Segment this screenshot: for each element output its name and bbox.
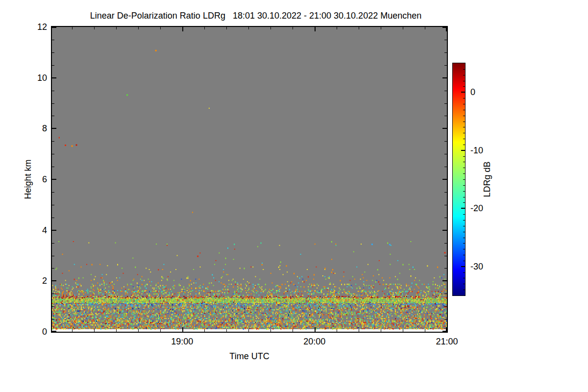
colorbar-minor-tick (463, 214, 465, 215)
y-minor-tick-right (444, 141, 447, 142)
y-minor-tick-right (444, 192, 447, 193)
y-tick-label: 0 (25, 326, 47, 337)
y-tick-label: 10 (25, 73, 47, 83)
colorbar-minor-tick (463, 98, 465, 98)
x-minor-tick (293, 329, 293, 332)
colorbar-minor-tick (463, 191, 465, 192)
colorbar-minor-tick (463, 202, 465, 203)
y-tick-label: 4 (25, 225, 47, 236)
x-axis-title: Time UTC (229, 351, 269, 362)
x-minor-tick-top (293, 27, 293, 29)
colorbar-minor-tick (463, 226, 465, 226)
y-minor-tick-right (444, 40, 447, 40)
y-minor-tick (52, 218, 54, 218)
x-major-tick-top (182, 27, 183, 31)
x-minor-tick-top (72, 27, 73, 29)
colorbar-minor-tick (463, 290, 465, 290)
x-minor-tick (94, 329, 95, 332)
colorbar-major-tick (461, 92, 465, 93)
x-minor-tick (204, 329, 205, 332)
y-minor-tick-right (444, 167, 447, 167)
colorbar-minor-tick (463, 122, 465, 122)
y-minor-tick (52, 243, 54, 244)
y-major-tick (52, 128, 56, 129)
colorbar-minor-tick (463, 278, 465, 278)
x-minor-tick-top (94, 27, 95, 29)
colorbar-minor-tick (463, 173, 465, 174)
lidar-quicklook-page: Linear De-Polarization Ratio LDRg 18:01 … (0, 0, 588, 392)
colorbar-minor-tick (463, 185, 465, 186)
colorbar-minor-tick (463, 255, 465, 255)
y-minor-tick-right (444, 243, 447, 244)
x-minor-tick (381, 329, 381, 332)
y-major-tick (52, 179, 56, 180)
colorbar (452, 63, 466, 296)
x-minor-tick (160, 329, 161, 332)
x-minor-tick-top (270, 27, 271, 29)
x-minor-tick-top (204, 27, 205, 29)
colorbar-minor-tick (463, 110, 465, 110)
colorbar-minor-tick (463, 249, 465, 249)
colorbar-tick-label: -30 (470, 261, 496, 272)
y-major-tick-right (442, 179, 447, 180)
y-major-tick-right (442, 280, 447, 281)
x-major-tick (182, 327, 183, 332)
colorbar-minor-tick (463, 261, 465, 261)
colorbar-major-tick (461, 150, 465, 151)
colorbar-minor-tick (463, 139, 465, 139)
colorbar-major-tick (461, 266, 465, 267)
y-minor-tick-right (444, 294, 447, 294)
y-minor-tick (52, 294, 54, 294)
colorbar-title: LDRg dB (482, 161, 492, 197)
x-minor-tick (425, 329, 425, 332)
x-tick-label: 20:00 (293, 336, 337, 347)
colorbar-minor-tick (463, 127, 465, 127)
y-minor-tick-right (444, 116, 447, 116)
x-minor-tick-top (337, 27, 337, 29)
y-major-tick (52, 280, 56, 281)
y-minor-tick-right (444, 306, 447, 307)
y-minor-tick (52, 154, 54, 154)
y-minor-tick (52, 256, 54, 256)
x-major-tick (315, 327, 316, 332)
x-minor-tick-top (248, 27, 249, 29)
colorbar-minor-tick (463, 284, 465, 284)
x-tick-label: 19:00 (160, 336, 204, 347)
colorbar-minor-tick (463, 69, 465, 70)
x-minor-tick (337, 329, 337, 332)
colorbar-tick-label: -20 (470, 203, 496, 214)
y-minor-tick (52, 319, 54, 319)
colorbar-minor-tick (463, 145, 465, 145)
x-minor-tick (72, 329, 73, 332)
y-minor-tick-right (444, 205, 447, 205)
y-minor-tick-right (444, 91, 447, 91)
x-minor-tick-top (359, 27, 359, 29)
y-major-tick (52, 230, 56, 231)
y-major-tick (52, 27, 56, 28)
x-minor-tick (359, 329, 359, 332)
colorbar-major-tick (461, 208, 465, 209)
colorbar-minor-tick (463, 116, 465, 116)
x-minor-tick (226, 329, 227, 332)
colorbar-tick-label: 0 (470, 87, 496, 98)
y-major-tick-right (442, 331, 447, 332)
y-minor-tick (52, 116, 54, 116)
x-major-tick-top (315, 27, 316, 31)
y-minor-tick-right (444, 103, 447, 104)
y-major-tick-right (442, 128, 447, 129)
x-minor-tick-top (425, 27, 425, 29)
colorbar-minor-tick (463, 197, 465, 197)
y-minor-tick (52, 268, 54, 269)
x-minor-tick-top (138, 27, 139, 29)
y-minor-tick-right (444, 218, 447, 218)
colorbar-minor-tick (463, 133, 465, 133)
colorbar-minor-tick (463, 272, 465, 273)
y-tick-label: 8 (25, 123, 47, 134)
colorbar-minor-tick (463, 75, 465, 75)
colorbar-minor-tick (463, 232, 465, 232)
x-minor-tick-top (381, 27, 381, 29)
x-minor-tick (116, 329, 117, 332)
y-tick-label: 2 (25, 275, 47, 286)
x-tick-label: 21:00 (425, 336, 469, 347)
x-minor-tick-top (160, 27, 161, 29)
